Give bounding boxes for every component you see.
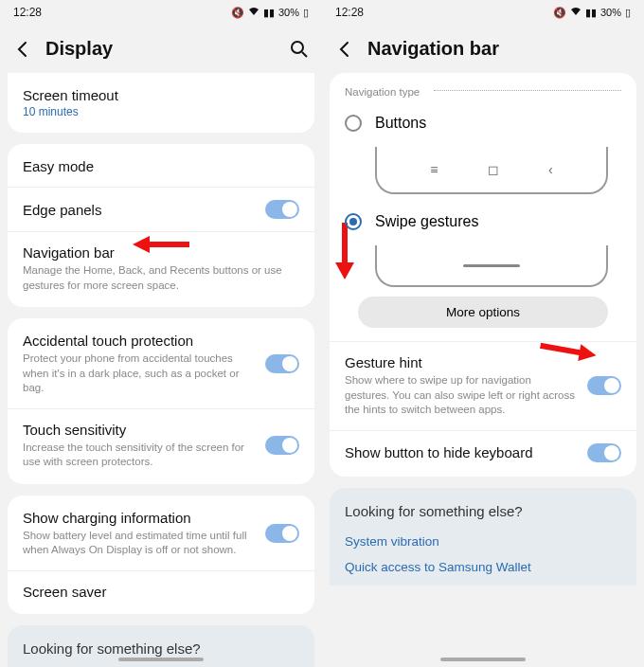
- status-time: 12:28: [13, 6, 42, 19]
- hint-arrow-icon: [133, 234, 189, 255]
- battery-icon: ▯: [625, 7, 631, 19]
- footer-link-vibration[interactable]: System vibration: [345, 529, 621, 554]
- touch-protection-toggle[interactable]: [265, 354, 299, 373]
- easy-mode-row[interactable]: Easy mode: [8, 146, 314, 187]
- back-button[interactable]: [335, 40, 354, 59]
- svg-point-0: [292, 42, 303, 53]
- page-header: Display: [0, 23, 322, 73]
- status-right: 🔇 ▮▮ 30% ▯: [231, 7, 309, 19]
- edge-panels-row[interactable]: Edge panels: [8, 187, 314, 231]
- touch-sensitivity-toggle[interactable]: [265, 436, 299, 455]
- hide-keyboard-row[interactable]: Show button to hide keyboard: [330, 430, 636, 475]
- row-label: Touch sensitivity: [23, 422, 256, 438]
- row-sub: Show battery level and estimated time un…: [23, 529, 256, 558]
- wifi-icon: [570, 7, 581, 18]
- nav-type-card: Navigation type Buttons ≡ ◻ ‹ Swipe gest…: [330, 73, 636, 477]
- card: Accidental touch protection Protect your…: [8, 318, 314, 484]
- battery-icon: ▯: [303, 7, 309, 19]
- recents-icon: ≡: [430, 162, 438, 177]
- gesture-hint-toggle[interactable]: [587, 376, 621, 395]
- page-title: Navigation bar: [367, 38, 631, 60]
- row-sub: Manage the Home, Back, and Recents butto…: [23, 263, 299, 293]
- mute-icon: 🔇: [553, 7, 566, 19]
- footer-title: Looking for something else?: [345, 503, 621, 519]
- back-nav-icon: ‹: [548, 162, 553, 177]
- row-label: Screen saver: [23, 584, 299, 600]
- row-sub: Show where to swipe up for navigation ge…: [345, 373, 578, 418]
- signal-icon: ▮▮: [263, 7, 275, 19]
- status-bar: 12:28 🔇 ▮▮ 30% ▯: [322, 0, 644, 23]
- more-options-button[interactable]: More options: [358, 297, 608, 328]
- search-button[interactable]: [290, 40, 309, 59]
- swipe-preview: [375, 245, 608, 287]
- radio-label: Swipe gestures: [375, 213, 478, 230]
- settings-list: Screen timeout 10 minutes Easy mode Edge…: [0, 73, 322, 667]
- gesture-handle[interactable]: [118, 658, 204, 661]
- section-label: Navigation type: [330, 75, 636, 105]
- screen-saver-row[interactable]: Screen saver: [8, 570, 314, 612]
- edge-panels-toggle[interactable]: [265, 200, 299, 219]
- gesture-handle[interactable]: [440, 658, 526, 661]
- settings-list: Navigation type Buttons ≡ ◻ ‹ Swipe gest…: [322, 73, 644, 667]
- gesture-bar-icon: [463, 264, 520, 267]
- status-time: 12:28: [335, 6, 364, 19]
- footer-link-wallet[interactable]: Quick access to Samsung Wallet: [345, 554, 621, 580]
- buttons-preview: ≡ ◻ ‹: [375, 147, 608, 194]
- status-right: 🔇 ▮▮ 30% ▯: [553, 7, 631, 19]
- card: Show charging information Show battery l…: [8, 496, 314, 614]
- charging-info-row[interactable]: Show charging information Show battery l…: [8, 497, 314, 570]
- swipe-radio-row[interactable]: Swipe gestures: [330, 204, 636, 240]
- navigation-bar-screen: 12:28 🔇 ▮▮ 30% ▯ Navigation bar Navigati…: [322, 0, 644, 667]
- display-settings-screen: 12:28 🔇 ▮▮ 30% ▯ Display Screen timeout …: [0, 0, 322, 667]
- footer-card: Looking for something else? System vibra…: [330, 488, 636, 586]
- footer-title: Looking for something else?: [23, 640, 299, 657]
- row-label: Show charging information: [23, 510, 256, 526]
- card: Easy mode Edge panels Navigation bar Man…: [8, 144, 314, 307]
- hide-keyboard-toggle[interactable]: [587, 443, 621, 462]
- page-header: Navigation bar: [322, 23, 644, 73]
- buttons-radio-row[interactable]: Buttons: [330, 105, 636, 141]
- charging-info-toggle[interactable]: [265, 524, 299, 543]
- touch-sensitivity-row[interactable]: Touch sensitivity Increase the touch sen…: [8, 408, 314, 482]
- row-label: Screen timeout: [23, 87, 299, 103]
- card: Screen timeout 10 minutes: [8, 73, 314, 133]
- back-button[interactable]: [13, 40, 32, 59]
- row-value: 10 minutes: [23, 105, 299, 118]
- navigation-bar-row[interactable]: Navigation bar Manage the Home, Back, an…: [8, 231, 314, 305]
- signal-icon: ▮▮: [585, 7, 597, 19]
- row-label: Edge panels: [23, 202, 256, 218]
- row-label: Show button to hide keyboard: [345, 444, 578, 460]
- mute-icon: 🔇: [231, 7, 244, 19]
- home-icon: ◻: [488, 162, 499, 177]
- row-label: Accidental touch protection: [23, 333, 256, 349]
- page-title: Display: [45, 38, 277, 60]
- radio-label: Buttons: [375, 115, 426, 132]
- hint-arrow-icon: [333, 223, 356, 279]
- swipe-radio[interactable]: [345, 213, 362, 230]
- buttons-radio[interactable]: [345, 115, 362, 132]
- battery-text: 30%: [600, 7, 621, 18]
- status-bar: 12:28 🔇 ▮▮ 30% ▯: [0, 0, 322, 23]
- row-sub: Increase the touch sensitivity of the sc…: [23, 441, 256, 470]
- screen-timeout-row[interactable]: Screen timeout 10 minutes: [8, 75, 314, 131]
- touch-protection-row[interactable]: Accidental touch protection Protect your…: [8, 320, 314, 408]
- wifi-icon: [248, 7, 259, 18]
- row-label: Easy mode: [23, 158, 299, 174]
- row-sub: Protect your phone from accidental touch…: [23, 352, 256, 396]
- gesture-hint-row[interactable]: Gesture hint Show where to swipe up for …: [330, 341, 636, 430]
- battery-text: 30%: [278, 7, 299, 18]
